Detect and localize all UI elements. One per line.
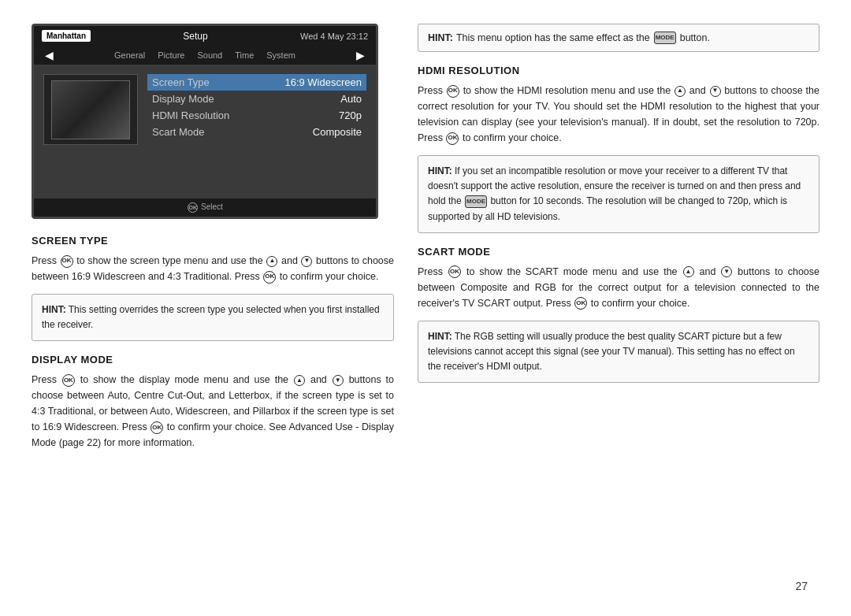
hdmi-hint-box: HINT: If you set an incompatible resolut… bbox=[418, 155, 819, 233]
tv-menu-value-scart: Composite bbox=[313, 126, 362, 138]
ok-icon-display-mode2: OK bbox=[151, 421, 163, 434]
hdmi-resolution-heading: HDMI RESOLUTION bbox=[418, 65, 819, 76]
manhattan-logo: Manhattan bbox=[42, 30, 91, 42]
tv-menu: Screen Type 16:9 Widescreen Display Mode… bbox=[147, 74, 366, 189]
tv-menu-row-display-mode: Display Mode Auto bbox=[147, 91, 366, 107]
top-hint-bar: HINT: This menu option has the same effe… bbox=[418, 24, 819, 52]
tv-menu-value-hdmi: 720p bbox=[339, 109, 362, 121]
hint-label-scart: HINT: bbox=[428, 331, 452, 342]
left-column: Manhattan Setup Wed 4 May 23:12 ◀ Genera… bbox=[32, 24, 394, 592]
hint-label-hdmi: HINT: bbox=[428, 165, 452, 176]
tv-nav: ◀ General Picture Sound Time System ▶ bbox=[34, 46, 376, 65]
tv-screen: Manhattan Setup Wed 4 May 23:12 ◀ Genera… bbox=[32, 24, 378, 219]
tv-nav-left-arrow: ◀ bbox=[40, 49, 58, 61]
ok-icon-scart: OK bbox=[448, 265, 461, 278]
scart-press: Press bbox=[418, 266, 448, 277]
hint-text-scart: The RGB setting will usually produce the… bbox=[428, 331, 795, 372]
hdmi-text2: to show the HDMI resolution menu and use… bbox=[460, 85, 674, 96]
up-arrow-icon-hdmi: ▲ bbox=[674, 86, 686, 97]
page-number: 27 bbox=[795, 580, 808, 592]
tv-menu-row-hdmi: HDMI Resolution 720p bbox=[147, 107, 366, 124]
display-mode-and: and bbox=[306, 374, 332, 385]
ok-icon-footer: OK bbox=[188, 202, 198, 213]
tv-menu-label-hdmi: HDMI Resolution bbox=[152, 109, 229, 121]
tv-preview-inner bbox=[51, 80, 130, 139]
tv-title: Setup bbox=[183, 31, 207, 42]
scart-mode-text: Press OK to show the SCART mode menu and… bbox=[418, 264, 819, 311]
tv-body: Screen Type 16:9 Widescreen Display Mode… bbox=[34, 65, 376, 199]
tv-menu-value-screen-type: 16:9 Widescreen bbox=[284, 76, 362, 88]
tv-nav-system: System bbox=[266, 50, 295, 60]
display-mode-press: Press bbox=[32, 374, 61, 385]
ok-icon-screen-type2: OK bbox=[263, 271, 276, 284]
tv-menu-label-display-mode: Display Mode bbox=[152, 93, 214, 105]
ok-icon-screen-type: OK bbox=[61, 255, 73, 268]
scart-text4: to confirm your choice. bbox=[588, 298, 689, 309]
tv-nav-picture: Picture bbox=[158, 50, 184, 60]
down-arrow-icon-scart: ▼ bbox=[721, 266, 732, 277]
tv-date: Wed 4 May 23:12 bbox=[300, 32, 368, 41]
down-arrow-icon-screen-type: ▼ bbox=[301, 256, 312, 267]
scart-and: and bbox=[695, 266, 721, 277]
tv-header: Manhattan Setup Wed 4 May 23:12 bbox=[34, 26, 376, 46]
tv-nav-sound: Sound bbox=[197, 50, 222, 60]
up-arrow-icon-scart: ▲ bbox=[683, 266, 694, 277]
screen-type-hint-box: HINT: This setting overrides the screen … bbox=[32, 294, 394, 341]
tv-menu-label-scart: Scart Mode bbox=[152, 126, 204, 138]
tv-nav-time: Time bbox=[235, 50, 254, 60]
tv-footer-label: Select bbox=[201, 202, 223, 211]
screen-type-and: and bbox=[278, 255, 300, 266]
ok-icon-display-mode: OK bbox=[62, 374, 75, 387]
scart-mode-heading: SCART MODE bbox=[418, 246, 819, 258]
tv-nav-items: General Picture Sound Time System bbox=[58, 50, 351, 60]
top-hint-suffix: button. bbox=[680, 30, 710, 46]
hdmi-resolution-text: Press OK to show the HDMI resolution men… bbox=[418, 83, 819, 146]
hint-text-screen-type: This setting overrides the screen type y… bbox=[42, 304, 380, 330]
hint-label-screen-type: HINT: bbox=[42, 304, 66, 315]
tv-menu-value-display-mode: Auto bbox=[340, 93, 362, 105]
down-arrow-icon-display-mode: ▼ bbox=[333, 375, 344, 386]
mode-icon-hdmi-hint: MODE bbox=[465, 195, 487, 208]
tv-nav-general: General bbox=[114, 50, 145, 60]
ok-icon-hdmi2: OK bbox=[446, 132, 459, 145]
scart-text2: to show the SCART mode menu and use the bbox=[462, 266, 682, 277]
right-column: HINT: This menu option has the same effe… bbox=[418, 24, 819, 592]
screen-type-text: Press OK to show the screen type menu an… bbox=[32, 253, 394, 284]
screen-type-text4: to confirm your choice. bbox=[277, 271, 378, 282]
hdmi-and: and bbox=[686, 85, 709, 96]
up-arrow-icon-display-mode: ▲ bbox=[294, 375, 305, 386]
screen-type-press: Press bbox=[32, 255, 60, 266]
tv-preview bbox=[43, 74, 138, 145]
top-hint-label: HINT: bbox=[428, 30, 453, 46]
ok-icon-hdmi: OK bbox=[447, 85, 459, 98]
tv-menu-row-scart: Scart Mode Composite bbox=[147, 124, 366, 140]
scart-hint-box: HINT: The RGB setting will usually produ… bbox=[418, 321, 819, 384]
top-hint-text: This menu option has the same effect as … bbox=[456, 30, 650, 46]
tv-footer: OK Select bbox=[34, 199, 376, 217]
up-arrow-icon-screen-type: ▲ bbox=[266, 256, 277, 267]
screen-type-heading: SCREEN TYPE bbox=[32, 235, 394, 247]
hdmi-text4: to confirm your choice. bbox=[459, 132, 561, 143]
mode-icon-top-hint: MODE bbox=[654, 32, 676, 44]
tv-menu-label-screen-type: Screen Type bbox=[152, 76, 210, 88]
display-mode-text: Press OK to show the display mode menu a… bbox=[32, 372, 394, 451]
tv-nav-right-arrow: ▶ bbox=[351, 49, 370, 61]
page-container: Manhattan Setup Wed 4 May 23:12 ◀ Genera… bbox=[0, 0, 851, 616]
down-arrow-icon-hdmi: ▼ bbox=[710, 86, 721, 97]
display-mode-text2: to show the display mode menu and use th… bbox=[76, 374, 293, 385]
screen-type-text2: to show the screen type menu and use the bbox=[74, 255, 266, 266]
display-mode-heading: DISPLAY MODE bbox=[32, 354, 394, 366]
ok-icon-scart2: OK bbox=[574, 297, 587, 310]
hdmi-press: Press bbox=[418, 85, 446, 96]
tv-menu-row-screen-type: Screen Type 16:9 Widescreen bbox=[147, 74, 366, 91]
